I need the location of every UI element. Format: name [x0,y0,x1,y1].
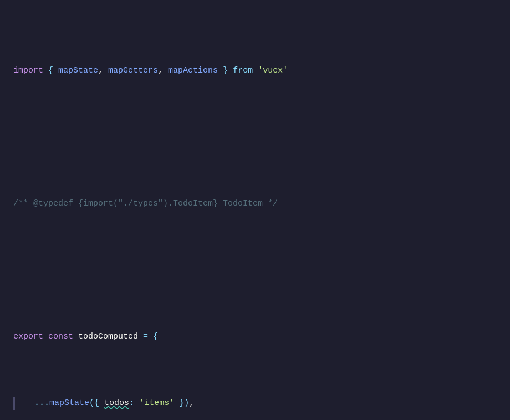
token-mapstate-call: mapState [49,397,89,410]
token-mapactions: mapActions [168,64,218,78]
token-brace: { [48,64,58,78]
token-equals: = [143,330,148,344]
token-brace2: } [179,397,184,410]
token-colon1: : [129,397,134,410]
token-paren2: ) [184,397,189,410]
token-todos-key: todos [104,397,129,410]
code-line-blank-2 [13,264,497,277]
code-line-1: import { mapState, mapGetters, mapAction… [13,64,497,78]
code-editor: import { mapState, mapGetters, mapAction… [13,11,497,420]
code-line-3: /** @typedef {import("./types").TodoItem… [13,197,497,211]
token-vuex: 'vuex' [258,64,288,78]
token-close-brace: } [218,64,233,78]
token-spread1: ... [34,397,49,410]
code-line-blank-1 [13,131,497,144]
code-line-5: export const todoComputed = { [13,330,497,344]
token-mapgetters: mapGetters [108,64,158,78]
token-import: import [13,64,43,78]
indent-border [13,397,15,410]
token-paren1: ( [89,397,94,410]
token-mapstate: mapState [58,64,98,78]
code-line-6: ...mapState({ todos: 'items' }), [13,397,497,410]
token-brace1: { [94,397,99,410]
token-export: export [13,330,43,344]
token-const: const [48,330,73,344]
token-todo-computed: todoComputed [78,330,138,344]
token-typedef-comment: /** @typedef {import("./types").TodoItem… [13,197,278,211]
token-from: from [233,64,253,78]
token-open-brace: { [153,330,158,344]
token-items-str: 'items' [139,397,174,410]
